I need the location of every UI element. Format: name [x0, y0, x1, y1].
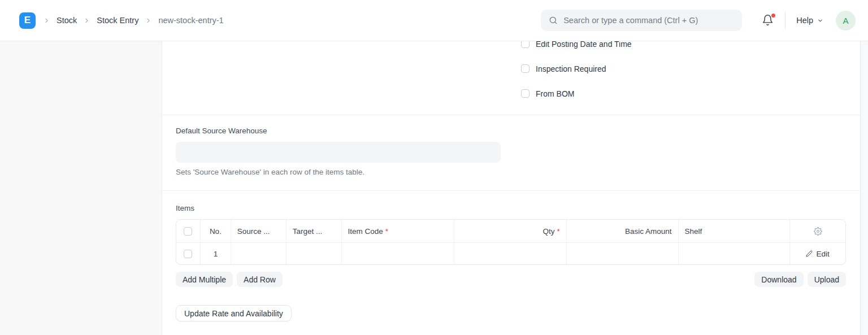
navbar-right: Help A — [541, 10, 856, 31]
sidebar — [0, 41, 162, 335]
column-header-shelf: Shelf — [679, 220, 791, 242]
column-header-qty: Qty* — [454, 220, 567, 242]
checkbox-label: Inspection Required — [536, 64, 606, 73]
main-content: Edit Posting Date and TimeInspection Req… — [162, 0, 860, 335]
section-divider — [162, 190, 860, 191]
column-header-source: Source ... — [231, 220, 287, 242]
grid-cell-shelf[interactable] — [679, 243, 791, 264]
add-row-button[interactable]: Add Row — [237, 272, 283, 287]
column-header-item-code: Item Code* — [342, 220, 455, 242]
checkbox-label: From BOM — [536, 89, 574, 98]
row-select-cell — [176, 243, 201, 264]
grid-cell-item-code[interactable] — [342, 243, 455, 264]
pencil-icon — [806, 250, 813, 257]
row-checkbox[interactable] — [184, 250, 192, 258]
column-header-label: No. — [210, 227, 222, 236]
notification-dot — [771, 14, 775, 18]
add-multiple-button[interactable]: Add Multiple — [176, 272, 233, 287]
breadcrumb-separator-icon — [145, 17, 152, 24]
global-search[interactable] — [541, 10, 742, 31]
grid-cell-qty[interactable] — [454, 243, 567, 264]
breadcrumb-separator-icon — [43, 17, 50, 24]
grid-settings-gear-icon[interactable] — [814, 227, 822, 236]
grid-cell-target[interactable] — [287, 243, 342, 264]
search-icon — [549, 16, 558, 25]
column-header-target: Target ... — [287, 220, 342, 242]
search-input[interactable] — [563, 16, 734, 25]
grid-select-all-cell — [176, 220, 201, 242]
column-header-label: Basic Amount — [625, 227, 672, 236]
navbar-divider — [785, 12, 785, 29]
avatar[interactable]: A — [836, 11, 856, 31]
grid-footer-buttons-right: DownloadUpload — [754, 272, 846, 287]
from-bom-checkbox[interactable] — [521, 89, 530, 98]
upload-button[interactable]: Upload — [808, 272, 846, 287]
required-asterisk: * — [557, 227, 560, 236]
checkbox-field-from-bom[interactable]: From BOM — [521, 89, 632, 98]
scrollbar-gutter[interactable] — [860, 41, 868, 335]
select-all-checkbox[interactable] — [184, 227, 192, 236]
edit-row-button[interactable]: Edit — [806, 250, 829, 258]
notifications-button[interactable] — [762, 14, 774, 27]
grid-settings-cell — [790, 220, 845, 242]
column-header-no: No. — [201, 220, 231, 242]
erpnext-logo[interactable]: E — [19, 12, 36, 29]
row-action-cell: Edit — [790, 243, 845, 264]
column-header-label: Qty — [543, 227, 555, 236]
inspection-required-checkbox[interactable] — [521, 64, 530, 73]
required-asterisk: * — [385, 227, 388, 236]
chevron-down-icon — [817, 18, 823, 24]
column-header-label: Source ... — [237, 227, 270, 236]
default-source-warehouse-help: Sets 'Source Warehouse' in each row of t… — [176, 168, 364, 176]
breadcrumb-item-stock-entry[interactable]: Stock Entry — [97, 16, 138, 25]
default-source-warehouse-input[interactable] — [176, 142, 501, 163]
help-menu[interactable]: Help — [796, 16, 823, 25]
breadcrumb-item-new-stock-entry-1: new-stock-entry-1 — [158, 16, 223, 25]
checkbox-group: Edit Posting Date and TimeInspection Req… — [521, 39, 632, 98]
grid-cell-basic-amount[interactable] — [567, 243, 679, 264]
help-label: Help — [796, 16, 813, 25]
items-section-label: Items — [176, 204, 194, 212]
section-divider — [162, 115, 860, 115]
checkbox-field-inspection-required[interactable]: Inspection Required — [521, 64, 632, 73]
download-button[interactable]: Download — [754, 272, 803, 287]
items-grid-header: No.Source ...Target ...Item Code*Qty*Bas… — [176, 220, 845, 243]
breadcrumb-separator-icon — [83, 17, 90, 24]
grid-cell-source[interactable] — [231, 243, 287, 264]
grid-footer-buttons-left: Add MultipleAdd Row — [176, 272, 283, 287]
column-header-basic-amount: Basic Amount — [567, 220, 679, 242]
items-grid: No.Source ...Target ...Item Code*Qty*Bas… — [176, 219, 846, 265]
column-header-label: Target ... — [293, 227, 323, 236]
items-grid-row: 1Edit — [176, 243, 845, 264]
grid-cell-no[interactable]: 1 — [201, 243, 231, 264]
column-header-label: Item Code — [348, 227, 383, 236]
edit-row-label: Edit — [816, 250, 829, 258]
breadcrumb: StockStock Entrynew-stock-entry-1 — [43, 16, 224, 25]
update-rate-and-availability-button[interactable]: Update Rate and Availability — [176, 305, 292, 321]
default-source-warehouse-label: Default Source Warehouse — [176, 127, 267, 135]
navbar: E StockStock Entrynew-stock-entry-1 Help… — [0, 0, 868, 41]
breadcrumb-item-stock[interactable]: Stock — [57, 16, 77, 25]
column-header-label: Shelf — [685, 227, 702, 236]
